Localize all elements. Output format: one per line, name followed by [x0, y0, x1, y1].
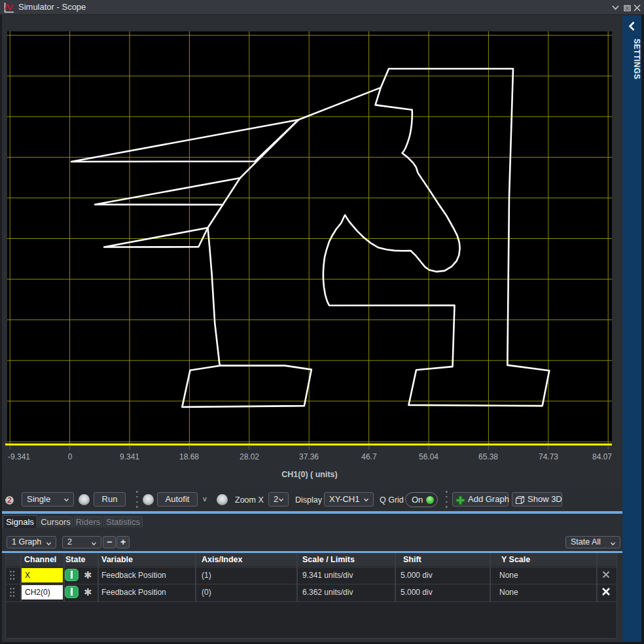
svg-text:46.7: 46.7	[361, 452, 377, 461]
svg-text:65.38: 65.38	[478, 452, 498, 461]
svg-text:37.36: 37.36	[299, 452, 319, 461]
svg-text:-9.341: -9.341	[8, 452, 30, 461]
svg-text:74.73: 74.73	[539, 452, 558, 461]
svg-text:CH1(0) ( units): CH1(0) ( units)	[281, 470, 337, 479]
svg-text:28.02: 28.02	[240, 452, 259, 461]
svg-text:18.68: 18.68	[179, 452, 199, 461]
svg-text:84.07: 84.07	[592, 452, 612, 461]
svg-text:9.341: 9.341	[120, 452, 139, 461]
svg-text:0: 0	[68, 452, 73, 461]
svg-text:56.04: 56.04	[419, 452, 438, 461]
